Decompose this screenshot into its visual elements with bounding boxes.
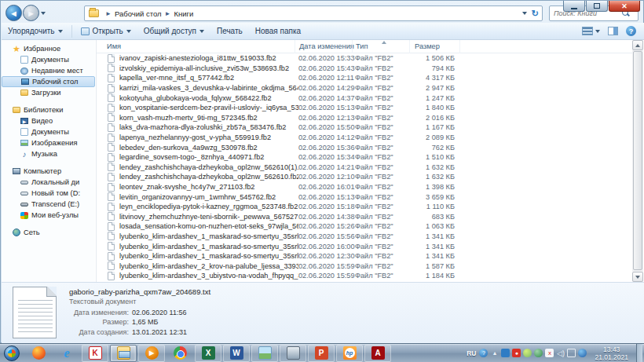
table-row[interactable]: lyubenko_klim-ardashev_1_maskarad-so-sme… — [97, 241, 633, 251]
tray-hidden-icons-caret-icon[interactable]: ▴ — [490, 349, 499, 357]
table-row[interactable]: izvolskiy_epidemiya-all-inclusive_zvi53w… — [97, 64, 633, 74]
sidebar-item-label: Документы — [31, 56, 69, 64]
taskbar-app-firefox[interactable] — [25, 345, 52, 362]
tray-question-icon[interactable]: ? — [479, 349, 488, 357]
close-button[interactable]: ✕ — [609, 1, 640, 12]
file-date-cell: 02.06.2020 15:59 — [298, 262, 355, 270]
sidebar-group-folder[interactable]: Библиотеки — [2, 104, 95, 115]
show-desktop-button[interactable] — [636, 344, 642, 362]
sidebar-item-music[interactable]: ♪Музыка — [2, 148, 95, 159]
maximize-button[interactable] — [586, 1, 608, 12]
preview-pane-button[interactable] — [608, 27, 618, 35]
tray-network-icon[interactable] — [567, 349, 576, 357]
scrollbar-thumb[interactable] — [633, 51, 642, 270]
taskbar-app-scanner[interactable] — [280, 345, 306, 362]
taskbar-app-windows-explorer[interactable] — [110, 345, 137, 362]
new-folder-button[interactable]: Новая папка — [249, 24, 307, 38]
table-row[interactable]: losada_sensation-komu-on-nuzhen-etot-sek… — [97, 221, 633, 232]
taskbar-app-powerpoint[interactable]: P — [308, 345, 335, 362]
sidebar-item-pics[interactable]: Изображения — [2, 137, 95, 148]
sidebar-item-doc[interactable]: Документы — [2, 126, 95, 137]
table-row[interactable]: lebedev_den-surkova_4a9wzg_530978.fb202.… — [97, 142, 633, 152]
breadcrumb-books[interactable]: Книги — [174, 9, 193, 18]
table-row[interactable]: lyubenko_klim-ardashev_3_ubiystvo-na-vod… — [97, 271, 633, 281]
table-row[interactable]: litvinovy_zhemchuzhnye-teni-sbornik-_pew… — [97, 212, 633, 222]
table-row[interactable]: levitin_organizovannyy-um_1wmhrw_545762.… — [97, 192, 633, 202]
share-button[interactable]: Общий доступ — [137, 24, 210, 38]
taskbar-clock[interactable]: 13:43 21.01.2021 — [590, 346, 633, 361]
table-row[interactable]: kokotyuha_glubokaya-voda_fqlyxw_568422.f… — [97, 93, 633, 103]
start-button[interactable] — [4, 346, 20, 361]
open-button[interactable]: Открыть — [75, 24, 137, 38]
organize-button[interactable]: Упорядочить — [2, 24, 69, 38]
forward-button[interactable]: ► — [23, 5, 39, 21]
language-indicator[interactable]: RU — [467, 349, 476, 357]
column-header-type[interactable]: Тип — [356, 42, 368, 50]
column-header-name[interactable]: Имя — [107, 42, 121, 50]
chevron-down-icon — [199, 30, 204, 33]
recent-pages-dropdown[interactable] — [39, 7, 47, 20]
minimize-button[interactable] — [563, 1, 585, 12]
table-row[interactable]: lyubenko_klim-ardashev_2_krov-na-palube_… — [97, 261, 633, 271]
table-row[interactable]: ivanov_zapiski-anesteziologa_i81ttw_5190… — [97, 53, 633, 64]
column-header-date[interactable]: Дата изменения — [299, 42, 354, 50]
scroll-up-button[interactable] — [632, 40, 643, 50]
sidebar-item-label: Изображения — [31, 139, 77, 147]
sidebar-item-folder[interactable]: Загрузки — [2, 87, 95, 98]
tray-messenger-icon[interactable] — [578, 349, 587, 357]
file-size-cell: 2 089 КБ — [410, 133, 455, 141]
table-row[interactable]: legardine_sovsem-togo-_8znhya_440971.fb2… — [97, 152, 633, 163]
sidebar-group-net[interactable]: Сеть — [2, 227, 95, 238]
taskbar-app-internet-explorer[interactable]: e — [53, 345, 80, 362]
sidebar-item-video[interactable]: ▶Видео — [2, 115, 95, 126]
tray-antivirus-icon[interactable] — [523, 349, 532, 357]
taskbar-app-media-player[interactable]: ▶ — [138, 345, 165, 362]
tray-blue-app-icon[interactable] — [501, 349, 510, 357]
table-row[interactable]: karrizi_mila-vaskes_3_devushka-v-labirin… — [97, 83, 633, 93]
print-button[interactable]: Печать — [210, 24, 249, 38]
sidebar-item-disk2[interactable]: Новый том (D: — [2, 188, 95, 199]
taskbar-app-hp[interactable]: hp — [336, 345, 363, 362]
back-button[interactable]: ◄ — [5, 5, 22, 21]
help-button[interactable]: ? — [626, 26, 636, 36]
table-row[interactable]: lyubenko_klim-ardashev_1_maskarad-so-sme… — [97, 232, 633, 242]
taskbar-app-acrobat[interactable]: A — [364, 345, 391, 362]
address-bar[interactable]: ► Рабочий стол ► Книги ↻ — [84, 5, 543, 21]
tray-green-app-icon[interactable] — [534, 349, 543, 357]
refresh-icon[interactable]: ↻ — [532, 9, 539, 19]
sidebar-item-disk[interactable]: Локальный ди — [2, 177, 95, 188]
table-row[interactable]: kon_vospitanie-serdcem-bez-pravil-i-uslo… — [97, 103, 633, 113]
table-row[interactable]: lendey_zashchishchaya-dzheykoba_opl2nw_5… — [97, 163, 633, 173]
sidebar-item-usb[interactable]: Transcend (E:) — [2, 199, 95, 210]
sidebar-group-computer[interactable]: Компьютер — [2, 166, 95, 177]
tray-action-center-flag-icon[interactable]: x — [545, 349, 554, 357]
sidebar-group-star[interactable]: ★Избранное — [2, 43, 95, 54]
sidebar-item-desktop[interactable]: Рабочий стол — [2, 76, 95, 87]
tray-red-app-icon[interactable]: ● — [512, 349, 521, 357]
column-header-size[interactable]: Размер — [415, 42, 440, 50]
scroll-down-button[interactable] — [632, 272, 643, 282]
taskbar-app-picture-viewer[interactable] — [251, 345, 278, 362]
table-row[interactable]: laks_dva-mazhora-dlya-zolushki_zb57a_583… — [97, 122, 633, 133]
hp-icon: hp — [343, 346, 357, 360]
table-row[interactable]: kapella_ver-mne_itsf_q_577442.fb202.06.2… — [97, 73, 633, 83]
taskbar-app-excel[interactable]: X — [195, 345, 221, 362]
address-dropdown-icon[interactable] — [522, 12, 527, 15]
taskbar-app-word[interactable]: W — [223, 345, 250, 362]
sidebar-item-recent[interactable]: Недавние мест — [2, 65, 95, 76]
taskbar-app-red-k-app[interactable]: K — [82, 345, 108, 362]
table-row[interactable]: leyn_enciklopediya-pytok-i-kazney_rggmoa… — [97, 202, 633, 212]
table-row[interactable]: leontev_znak-svyshe_hc4y7w_271103.fb202.… — [97, 182, 633, 192]
table-row[interactable]: lyubenko_klim-ardashev_1_maskarad-so-sme… — [97, 251, 633, 261]
table-row[interactable]: lendey_zashchishchaya-dzheykoba_opl2nw_5… — [97, 172, 633, 182]
sidebar-item-web[interactable]: Мои веб-узлы — [2, 210, 95, 221]
taskbar-app-chrome[interactable] — [166, 345, 193, 362]
tray-volume-icon[interactable]: ◁) — [556, 349, 565, 357]
vertical-scrollbar[interactable] — [632, 40, 643, 282]
chevron-down-icon — [595, 30, 600, 33]
table-row[interactable]: korn_vash-muzh-mertv_9ti-mg_572345.fb202… — [97, 113, 633, 123]
sidebar-item-doc[interactable]: Документы — [2, 54, 95, 65]
change-view-button[interactable] — [582, 27, 600, 35]
table-row[interactable]: lapenya_nezhelannyy-gost_v-ypha_559919.f… — [97, 133, 633, 143]
breadcrumb-desktop[interactable]: Рабочий стол — [115, 9, 162, 18]
